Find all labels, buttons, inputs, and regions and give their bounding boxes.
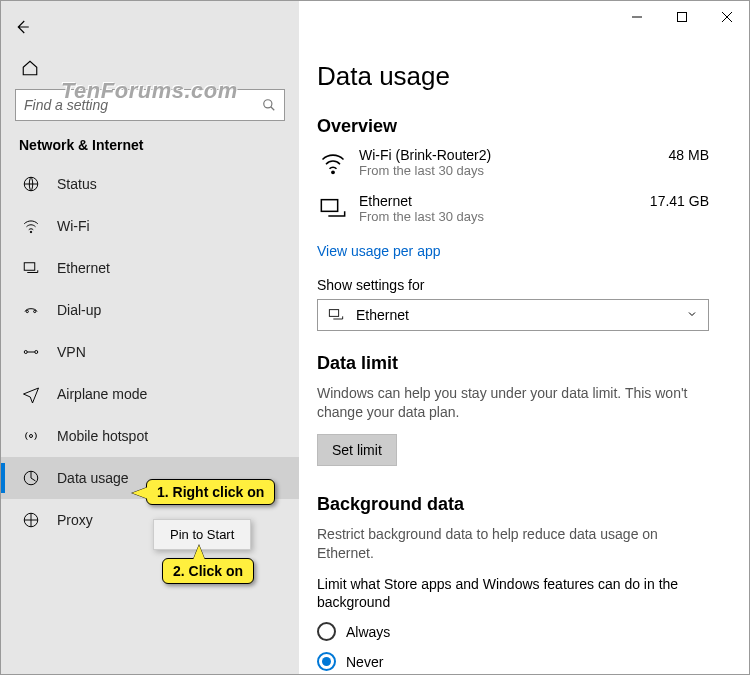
- background-desc: Restrict background data to help reduce …: [317, 525, 709, 563]
- vpn-icon: [21, 342, 41, 362]
- search-input[interactable]: [15, 89, 285, 121]
- sidebar-item-ethernet[interactable]: Ethernet: [1, 247, 299, 289]
- home-icon: [21, 59, 39, 77]
- usage-sub: From the last 30 days: [359, 163, 629, 178]
- sidebar-section-heading: Network & Internet: [1, 131, 299, 163]
- radio-label: Never: [346, 654, 383, 670]
- ethernet-icon: [317, 193, 349, 225]
- usage-sub: From the last 30 days: [359, 209, 629, 224]
- sidebar-item-hotspot[interactable]: Mobile hotspot: [1, 415, 299, 457]
- radio-label: Always: [346, 624, 390, 640]
- svg-point-7: [35, 351, 38, 354]
- arrow-left-icon: [13, 18, 31, 36]
- home-button[interactable]: [21, 59, 41, 79]
- svg-point-4: [26, 310, 28, 312]
- ethernet-icon: [21, 258, 41, 278]
- settings-for-label: Show settings for: [317, 277, 709, 293]
- usage-value: 48 MB: [629, 147, 709, 163]
- overview-heading: Overview: [317, 116, 709, 137]
- search-icon: [262, 98, 276, 112]
- usage-row-wifi: Wi-Fi (Brink-Router2) From the last 30 d…: [317, 147, 709, 179]
- sidebar-item-status[interactable]: Status: [1, 163, 299, 205]
- chevron-down-icon: [686, 307, 698, 323]
- globe-icon: [21, 174, 41, 194]
- annotation-step-1: 1. Right click on: [146, 479, 275, 505]
- sidebar-item-vpn[interactable]: VPN: [1, 331, 299, 373]
- close-button[interactable]: [704, 1, 749, 33]
- annotation-step-2: 2. Click on: [162, 558, 254, 584]
- svg-point-6: [24, 351, 27, 354]
- proxy-icon: [21, 510, 41, 530]
- content-pane: Data usage Overview Wi-Fi (Brink-Router2…: [299, 1, 749, 674]
- background-subhead: Limit what Store apps and Windows featur…: [317, 575, 709, 611]
- search-field[interactable]: [24, 97, 262, 113]
- sidebar-item-label: Airplane mode: [57, 386, 147, 402]
- sidebar-item-label: Wi-Fi: [57, 218, 90, 234]
- svg-point-8: [30, 435, 33, 438]
- page-title: Data usage: [317, 61, 709, 92]
- dropdown-value: Ethernet: [356, 307, 409, 323]
- airplane-icon: [21, 384, 41, 404]
- data-limit-desc: Windows can help you stay under your dat…: [317, 384, 709, 422]
- background-heading: Background data: [317, 494, 709, 515]
- sidebar-item-label: VPN: [57, 344, 86, 360]
- svg-point-5: [34, 310, 36, 312]
- radio-never[interactable]: Never: [317, 647, 709, 674]
- svg-rect-12: [321, 200, 337, 212]
- sidebar-item-dialup[interactable]: Dial-up: [1, 289, 299, 331]
- back-button[interactable]: [13, 13, 41, 41]
- sidebar-item-label: Mobile hotspot: [57, 428, 148, 444]
- usage-name: Ethernet: [359, 193, 629, 209]
- sidebar-item-proxy[interactable]: Proxy: [1, 499, 299, 541]
- wifi-icon: [21, 216, 41, 236]
- sidebar-item-label: Ethernet: [57, 260, 110, 276]
- sidebar-item-airplane[interactable]: Airplane mode: [1, 373, 299, 415]
- sidebar: Network & Internet Status Wi-Fi Ethernet…: [1, 1, 299, 674]
- view-usage-link[interactable]: View usage per app: [317, 243, 441, 259]
- usage-value: 17.41 GB: [629, 193, 709, 209]
- sidebar-item-label: Dial-up: [57, 302, 101, 318]
- ethernet-icon: [328, 307, 346, 323]
- sidebar-item-label: Data usage: [57, 470, 129, 486]
- svg-rect-3: [24, 263, 35, 271]
- minimize-button[interactable]: [614, 1, 659, 33]
- data-limit-heading: Data limit: [317, 353, 709, 374]
- svg-point-0: [264, 100, 272, 108]
- svg-point-2: [30, 231, 32, 233]
- radio-always[interactable]: Always: [317, 617, 709, 647]
- svg-rect-13: [329, 310, 338, 317]
- hotspot-icon: [21, 426, 41, 446]
- radio-icon: [317, 622, 336, 641]
- sidebar-item-label: Proxy: [57, 512, 93, 528]
- sidebar-item-wifi[interactable]: Wi-Fi: [1, 205, 299, 247]
- settings-for-dropdown[interactable]: Ethernet: [317, 299, 709, 331]
- set-limit-button[interactable]: Set limit: [317, 434, 397, 466]
- svg-rect-14: [677, 13, 686, 22]
- maximize-button[interactable]: [659, 1, 704, 33]
- svg-point-11: [332, 171, 334, 173]
- dialup-icon: [21, 300, 41, 320]
- radio-icon: [317, 652, 336, 671]
- usage-name: Wi-Fi (Brink-Router2): [359, 147, 629, 163]
- usage-row-ethernet: Ethernet From the last 30 days 17.41 GB: [317, 193, 709, 225]
- wifi-icon: [317, 147, 349, 179]
- sidebar-item-label: Status: [57, 176, 97, 192]
- window-controls: [614, 1, 749, 33]
- data-usage-icon: [21, 468, 41, 488]
- sidebar-nav: Status Wi-Fi Ethernet Dial-up VPN Airpla…: [1, 163, 299, 674]
